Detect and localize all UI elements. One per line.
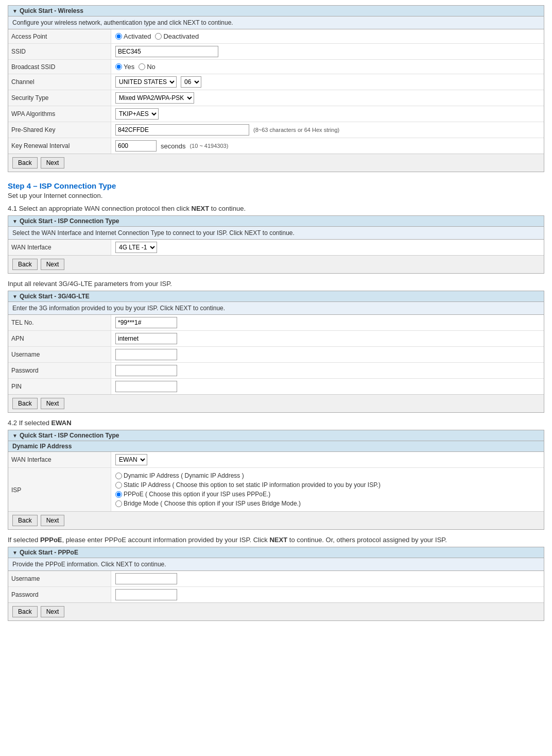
- pppoe-section-desc: If selected PPPoE, please enter PPPoE ac…: [8, 536, 544, 544]
- isp-connection-desc: Select the WAN Interface and Internet Co…: [8, 227, 544, 240]
- isp-back-button[interactable]: Back: [12, 259, 38, 270]
- ewan-wan-label: WAN Interface: [8, 452, 111, 467]
- isp-wan-select[interactable]: 4G LTE -1: [115, 242, 157, 253]
- lte-username-input[interactable]: [115, 349, 177, 360]
- isp-bridge-label: Bridge Mode ( Choose this option if your…: [124, 500, 301, 507]
- security-type-select[interactable]: Mixed WPA2/WPA-PSK: [115, 92, 194, 104]
- access-point-deactivated-option[interactable]: Deactivated: [155, 32, 199, 40]
- lte-next-button[interactable]: Next: [41, 398, 65, 409]
- wpa-algorithms-row: WPA Algorithms TKIP+AES: [8, 106, 544, 122]
- pre-shared-key-input[interactable]: [115, 124, 249, 136]
- pppoe-back-button[interactable]: Back: [12, 606, 38, 617]
- isp-next-button[interactable]: Next: [41, 259, 65, 270]
- deactivated-label: Deactivated: [163, 32, 199, 40]
- activated-label: Activated: [124, 32, 151, 40]
- pppoe-next-button[interactable]: Next: [41, 606, 65, 617]
- pre-shared-key-row: Pre-Shared Key (8~63 characters or 64 He…: [8, 122, 544, 138]
- key-renewal-label: Key Renewal Interval: [8, 138, 111, 154]
- tel-no-row: TEL No.: [8, 315, 544, 331]
- wireless-panel-desc: Configure your wireless network, authent…: [8, 16, 544, 29]
- isp-option-static[interactable]: Static IP Address ( Choose this option t…: [115, 481, 381, 489]
- ewan-isp-control: Dynamic IP Address ( Dynamic IP Address …: [111, 468, 544, 511]
- wireless-next-button[interactable]: Next: [41, 157, 65, 169]
- wpa-algorithms-select[interactable]: TKIP+AES: [115, 108, 159, 120]
- apn-label: APN: [8, 331, 111, 346]
- pppoe-panel: Quick Start - PPPoE Provide the PPPoE in…: [8, 547, 544, 621]
- lte-password-input[interactable]: [115, 365, 177, 376]
- wireless-button-row: Back Next: [8, 154, 544, 172]
- isp-button-row: Back Next: [8, 255, 544, 273]
- ewan-next-button[interactable]: Next: [41, 515, 65, 526]
- key-renewal-unit: seconds: [161, 142, 185, 150]
- isp-static-label: Static IP Address ( Choose this option t…: [124, 481, 381, 489]
- access-point-activated-option[interactable]: Activated: [115, 32, 151, 40]
- subsection42-heading: 4.2 If selected EWAN: [8, 419, 544, 427]
- channel-country-select[interactable]: UNITED STATES: [115, 76, 177, 88]
- isp-dynamic-radio[interactable]: [115, 473, 122, 479]
- access-point-deactivated-radio[interactable]: [155, 33, 162, 40]
- broadcast-yes-radio[interactable]: [115, 63, 122, 70]
- pppoe-button-row: Back Next: [8, 602, 544, 620]
- isp-bridge-radio[interactable]: [115, 500, 122, 507]
- isp-wan-label: WAN Interface: [8, 240, 111, 255]
- broadcast-no-radio[interactable]: [139, 63, 145, 70]
- access-point-label: Access Point: [8, 29, 111, 43]
- access-point-control: Activated Deactivated: [111, 30, 544, 42]
- pppoe-password-control: [111, 587, 544, 602]
- broadcast-yes-option[interactable]: Yes: [115, 63, 134, 71]
- channel-number-select[interactable]: 06: [181, 76, 201, 88]
- apn-input[interactable]: [115, 333, 177, 344]
- pppoe-text-before: If selected: [8, 536, 40, 544]
- step4-title: Step 4 – ISP Connection Type: [8, 181, 544, 190]
- ssid-label: SSID: [8, 44, 111, 59]
- subsection41-text-before: 4.1 Select an appropriate WAN connection…: [8, 205, 192, 212]
- wpa-algorithms-control: TKIP+AES: [111, 106, 544, 122]
- lte-back-button[interactable]: Back: [12, 398, 38, 409]
- security-type-row: Security Type Mixed WPA2/WPA-PSK: [8, 90, 544, 106]
- pppoe-username-input[interactable]: [115, 573, 177, 584]
- broadcast-no-option[interactable]: No: [139, 63, 156, 71]
- isp-pppoe-radio[interactable]: [115, 491, 122, 498]
- ewan-panel: Quick Start - ISP Connection Type Dynami…: [8, 430, 544, 530]
- channel-label: Channel: [8, 74, 111, 90]
- pre-shared-key-hint: (8~63 characters or 64 Hex string): [253, 127, 339, 133]
- isp-option-bridge[interactable]: Bridge Mode ( Choose this option if your…: [115, 500, 381, 507]
- access-point-activated-radio[interactable]: [115, 33, 122, 40]
- wireless-back-button[interactable]: Back: [12, 157, 38, 169]
- tel-no-input[interactable]: [115, 317, 177, 328]
- pin-input[interactable]: [115, 381, 177, 392]
- isp-connection-panel: Quick Start - ISP Connection Type Select…: [8, 215, 544, 274]
- ewan-back-button[interactable]: Back: [12, 515, 38, 526]
- isp-wan-row: WAN Interface 4G LTE -1: [8, 240, 544, 255]
- lte-password-row: Password: [8, 363, 544, 379]
- step4-heading-section: Step 4 – ISP Connection Type Set up your…: [8, 181, 544, 199]
- ewan-wan-control: EWAN: [111, 452, 544, 467]
- pin-row: PIN: [8, 379, 544, 394]
- security-type-label: Security Type: [8, 90, 111, 106]
- isp-option-dynamic[interactable]: Dynamic IP Address ( Dynamic IP Address …: [115, 472, 381, 479]
- ewan-wan-select[interactable]: EWAN: [115, 454, 147, 465]
- lte-username-label: Username: [8, 347, 111, 362]
- pppoe-password-input[interactable]: [115, 589, 177, 600]
- isp-dynamic-label: Dynamic IP Address ( Dynamic IP Address …: [124, 472, 244, 479]
- access-point-row: Access Point Activated Deactivated: [8, 29, 544, 44]
- ewan-text-bold: EWAN: [51, 419, 72, 427]
- isp-option-pppoe[interactable]: PPPoE ( Choose this option if your ISP u…: [115, 491, 381, 498]
- broadcast-yes-label: Yes: [124, 63, 134, 71]
- isp-static-radio[interactable]: [115, 482, 122, 489]
- tel-no-label: TEL No.: [8, 315, 111, 330]
- ewan-panel-title: Quick Start - ISP Connection Type: [8, 430, 544, 441]
- isp-pppoe-label: PPPoE ( Choose this option if your ISP u…: [124, 491, 270, 498]
- apn-row: APN: [8, 331, 544, 347]
- key-renewal-row: Key Renewal Interval seconds (10 ~ 41943…: [8, 138, 544, 154]
- wireless-panel-title: Quick Start - Wireless: [8, 6, 544, 16]
- wireless-panel: Quick Start - Wireless Configure your wi…: [8, 5, 544, 172]
- pppoe-password-label: Password: [8, 587, 111, 602]
- key-renewal-input[interactable]: [115, 140, 157, 152]
- lte-panel-desc: Enter the 3G information provided to you…: [8, 302, 544, 315]
- pre-shared-key-label: Pre-Shared Key: [8, 122, 111, 138]
- pppoe-username-control: [111, 571, 544, 586]
- channel-control: UNITED STATES 06: [111, 74, 544, 90]
- ssid-input[interactable]: [115, 46, 218, 57]
- pppoe-text-after: , please enter PPPoE account information…: [62, 536, 270, 544]
